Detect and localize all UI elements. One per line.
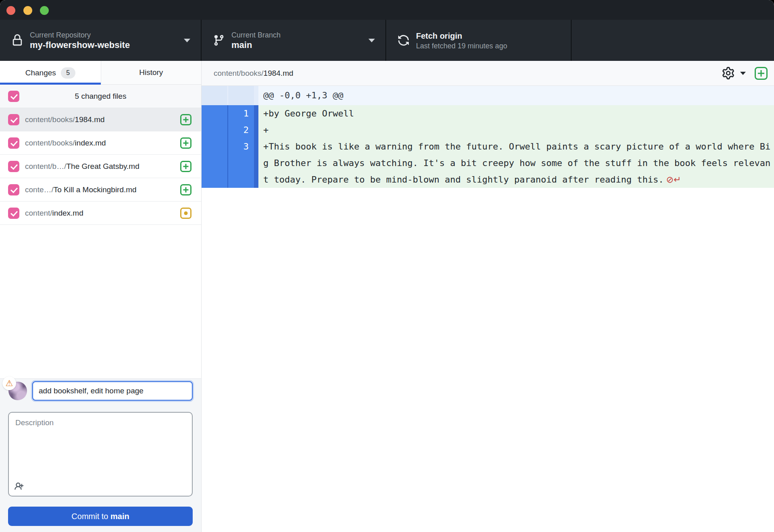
main-content: Changes 5 History 5 changed files conten…: [0, 61, 774, 532]
commit-button[interactable]: Commit to main: [8, 507, 193, 526]
file-checkbox[interactable]: [8, 184, 19, 195]
sidebar-tabs: Changes 5 History: [0, 61, 201, 85]
plus-icon[interactable]: [755, 67, 768, 80]
changes-count-badge: 5: [61, 67, 75, 79]
fetch-origin-button[interactable]: Fetch origin Last fetched 19 minutes ago: [386, 20, 572, 61]
file-checkbox[interactable]: [8, 208, 19, 219]
diff-hunk-header: @@ -0,0 +1,3 @@: [202, 86, 774, 105]
commit-form: ⚠ Commit to main: [0, 378, 201, 532]
file-row[interactable]: conte…/To Kill a Mockingbird.md: [0, 178, 201, 202]
tab-changes-label: Changes: [25, 69, 56, 77]
changed-files-count: 5 changed files: [75, 92, 127, 101]
added-status-icon: [180, 114, 191, 125]
file-row[interactable]: content/books/index.md: [0, 131, 201, 155]
file-path: conte…/To Kill a Mockingbird.md: [25, 185, 137, 194]
tab-history-label: History: [139, 68, 163, 77]
diff-line[interactable]: 3+This book is like a warning from the f…: [202, 138, 774, 188]
toolbar: Current Repository my-flowershow-website…: [0, 20, 774, 61]
changed-files-list: 5 changed files content/books/1984.mdcon…: [0, 85, 201, 225]
diff-gutter-strip[interactable]: [254, 86, 258, 105]
diff-line[interactable]: 1+by George Orwell: [202, 105, 774, 122]
commit-summary-input[interactable]: [32, 381, 193, 401]
diff-gutter-old[interactable]: [202, 122, 228, 138]
warning-icon[interactable]: ⚠: [2, 376, 16, 390]
zoom-button[interactable]: [40, 6, 49, 15]
diff-body: @@ -0,0 +1,3 @@1+by George Orwell2+3+Thi…: [202, 86, 774, 188]
repository-name: my-flowershow-website: [30, 40, 130, 50]
tab-history[interactable]: History: [101, 61, 202, 85]
tab-changes[interactable]: Changes 5: [0, 61, 101, 85]
file-checkbox[interactable]: [8, 137, 19, 149]
gear-icon[interactable]: [722, 67, 734, 79]
add-coauthor-icon[interactable]: [15, 481, 25, 492]
minimize-button[interactable]: [23, 6, 32, 15]
file-checkbox[interactable]: [8, 161, 19, 172]
diff-actions: [722, 67, 768, 80]
titlebar: [0, 0, 774, 20]
diff-gutter-old[interactable]: [202, 86, 228, 105]
file-path: content/b…/The Great Gatsby.md: [25, 162, 139, 171]
chevron-down-icon[interactable]: [740, 72, 746, 75]
sync-icon: [397, 34, 410, 46]
diff-pane: content/books/1984.md @@ -0,0 +1,3 @@1+b…: [202, 61, 774, 532]
diff-gutter-strip[interactable]: [254, 138, 258, 188]
toolbar-empty-area: [572, 20, 774, 61]
diff-line-text: +: [258, 122, 774, 138]
file-row[interactable]: content/b…/The Great Gatsby.md: [0, 155, 201, 178]
diff-line-text: +by George Orwell: [258, 105, 774, 122]
fetch-status: Last fetched 19 minutes ago: [416, 42, 507, 50]
app-window: Current Repository my-flowershow-website…: [0, 0, 774, 532]
diff-gutter-new[interactable]: [228, 86, 254, 105]
chevron-down-icon: [368, 39, 375, 42]
branch-name: main: [231, 40, 281, 50]
added-status-icon: [180, 161, 191, 172]
file-checkbox[interactable]: [8, 114, 19, 125]
diff-gutter-old[interactable]: [202, 105, 228, 122]
diff-gutter-new[interactable]: 2: [228, 122, 254, 138]
modified-status-icon: [180, 208, 191, 219]
repository-picker-label: Current Repository: [30, 31, 130, 39]
chevron-down-icon: [184, 39, 190, 42]
diff-line[interactable]: 2+: [202, 122, 774, 138]
git-branch-icon: [213, 34, 225, 46]
branch-picker-label: Current Branch: [231, 31, 281, 39]
repository-picker[interactable]: Current Repository my-flowershow-website: [0, 20, 202, 61]
diff-gutter-old[interactable]: [202, 138, 228, 188]
diff-header: content/books/1984.md: [202, 61, 774, 86]
diff-file-path: content/books/1984.md: [214, 69, 293, 78]
file-path: content/index.md: [25, 209, 83, 218]
file-path: content/books/1984.md: [25, 115, 105, 124]
fetch-origin-label: Fetch origin: [416, 31, 507, 41]
diff-gutter-strip[interactable]: [254, 122, 258, 138]
lock-icon: [11, 34, 23, 46]
select-all-row[interactable]: 5 changed files: [0, 85, 201, 108]
sidebar: Changes 5 History 5 changed files conten…: [0, 61, 202, 532]
diff-gutter-new[interactable]: 3: [228, 138, 254, 188]
added-status-icon: [180, 137, 191, 149]
commit-description-wrap: [8, 412, 193, 497]
sidebar-empty-area: [0, 225, 201, 378]
diff-gutter-strip[interactable]: [254, 105, 258, 122]
diff-line-text: +This book is like a warning from the fu…: [258, 138, 774, 188]
file-path: content/books/index.md: [25, 139, 106, 148]
hunk-header-text: @@ -0,0 +1,3 @@: [258, 86, 774, 105]
added-status-icon: [180, 184, 191, 195]
no-newline-icon: ⊘↵: [666, 175, 681, 185]
commit-description-input[interactable]: [8, 412, 193, 497]
select-all-checkbox[interactable]: [8, 91, 19, 102]
close-button[interactable]: [6, 6, 15, 15]
diff-gutter-new[interactable]: 1: [228, 105, 254, 122]
file-row[interactable]: content/index.md: [0, 202, 201, 225]
branch-picker[interactable]: Current Branch main: [202, 20, 386, 61]
file-row[interactable]: content/books/1984.md: [0, 108, 201, 131]
